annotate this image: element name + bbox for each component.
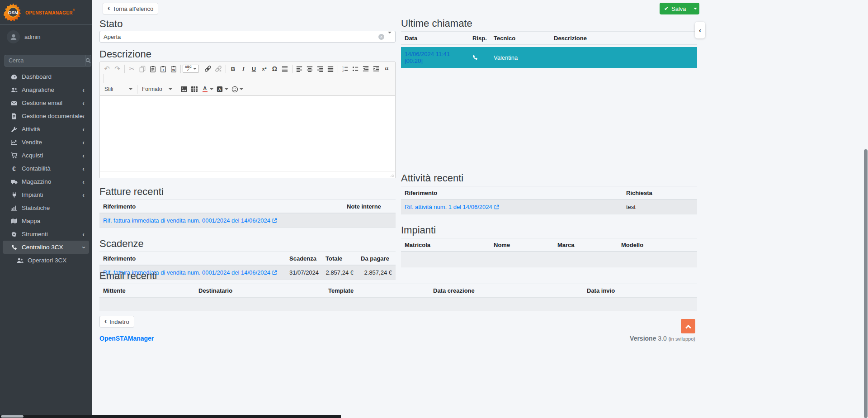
impianti-heading: Impianti [401,224,697,236]
sidebar-item-label: Anagrafiche [22,86,54,93]
insert-table-icon[interactable] [189,84,200,95]
column-header: Data [401,32,469,44]
blockquote-icon[interactable]: “ [382,63,392,74]
format-dropdown[interactable]: Formato [139,85,175,93]
search-input[interactable] [5,55,85,66]
column-header: Riferimento [99,252,286,265]
tachometer-icon [9,74,19,80]
sidebar-item-acquisti[interactable]: Acquisti ‹ [3,149,89,162]
sidebar-item-attivita[interactable]: Attività ‹ [3,123,89,136]
align-center-icon[interactable] [305,63,315,74]
align-justify-icon[interactable] [326,63,336,74]
sidebar-item-mappa[interactable]: Mappa [3,214,89,228]
chevron-left-icon: ‹ [82,100,85,106]
svg-text:2: 2 [342,69,344,72]
paste-as-text-icon[interactable]: T [158,63,168,74]
attivita-link[interactable]: Rif. attività num. 1 del 14/06/2024 [405,204,499,210]
sidebar-item-dashboard[interactable]: Dashboard [3,70,89,83]
italic-icon[interactable]: I [238,63,249,74]
unlink-icon[interactable] [213,63,224,74]
special-character-icon[interactable]: Ω [269,63,280,74]
sidebar-item-impianti[interactable]: Impianti ‹ [3,188,89,201]
align-left-icon[interactable] [294,63,305,74]
editor-content-area[interactable] [100,96,395,171]
column-header: Marca [554,238,618,251]
search-button[interactable] [85,55,91,66]
sidebar-item-label: Statistiche [22,204,50,211]
styles-dropdown[interactable]: Stili [102,85,135,93]
caret-down-icon[interactable] [210,88,213,90]
sidebar-item-anagrafiche[interactable]: Anagrafiche ‹ [3,83,89,96]
fatture-table-header: Riferimento Note interne [99,200,396,214]
numbered-list-icon[interactable]: 12 [340,63,350,74]
copy-icon[interactable] [137,63,147,74]
link-icon[interactable] [203,63,213,74]
bold-icon[interactable]: B [228,63,238,74]
sidebar-item-statistiche[interactable]: Statistiche [3,201,89,214]
indent-icon[interactable] [371,63,382,74]
sidebar-item-label: Vendite [22,139,42,146]
background-color-icon[interactable]: A [215,84,225,95]
right-panel-toggle[interactable]: ‹ [695,22,705,38]
outdent-icon[interactable] [361,63,371,74]
brand-header[interactable]: OSM OpenSTAManager® [0,0,92,25]
attivita-table-row: Rif. attività num. 1 del 14/06/2024 test [401,200,697,214]
indietro-button[interactable]: ‹ Indietro [99,316,134,328]
column-header: Destinatario [195,284,325,297]
sidebar-item-gestione-documentale[interactable]: Gestione documentale ‹ [3,109,89,123]
caret-down-icon[interactable] [240,88,243,90]
svg-text:T: T [162,67,164,71]
sidebar-item-label: Mappa [22,218,40,224]
superscript-icon[interactable]: x² [259,63,269,74]
chevron-left-icon: ‹ [82,231,85,238]
sidebar-item-operatori-3cx[interactable]: Operatori 3CX [3,254,89,267]
chevron-left-icon: ‹ [82,87,85,93]
chiamata-data-link[interactable]: 14/06/2024 11:41 [00:20] [405,51,465,64]
horizontal-scrollbar-thumb[interactable] [1,415,24,418]
horizontal-scrollbar[interactable] [0,415,341,418]
vertical-scrollbar[interactable] [864,149,868,418]
clear-selection-icon[interactable]: × [378,34,384,40]
cut-icon[interactable]: ✂ [127,63,137,74]
main-content: ‹ Torna all'elenco ✔ Salva ‹ Stato Apert… [92,0,868,418]
sidebar-item-label: Gestione email [22,100,62,106]
sidebar-item-gestione-email[interactable]: Gestione email ‹ [3,96,89,109]
sidebar-item-label: Operatori 3CX [28,257,66,264]
euro-icon: € [9,166,19,172]
underline-icon[interactable]: U [249,63,259,74]
bottom-section: Email recenti Mittente Destinatario Temp… [99,270,697,342]
emoji-icon[interactable] [230,84,240,95]
insert-image-icon[interactable] [179,84,189,95]
sidebar-item-strumenti[interactable]: Strumenti ‹ [3,228,89,241]
sidebar-item-label: Dashboard [22,73,52,80]
horizontal-rule-icon[interactable] [280,63,290,74]
sidebar-item-magazzino[interactable]: Magazzino ‹ [3,175,89,188]
stato-select[interactable]: Aperta × [99,31,396,43]
email-recenti-heading: Email recenti [99,270,697,282]
note-interne-cell [343,217,396,224]
column-header: Modello [618,238,697,251]
paste-from-word-icon[interactable]: W [168,63,179,74]
editor-footer-bar [100,171,395,178]
sidebar-item-centralino-3cx[interactable]: Centralino 3CX ‹ [3,241,89,254]
undo-icon[interactable]: ↶ [102,63,112,74]
chevron-left-icon: ‹ [82,152,85,159]
text-color-icon[interactable]: A [200,84,210,95]
fattura-link[interactable]: Rif. fattura immediata di vendita num. 0… [103,217,277,224]
bulleted-list-icon[interactable] [350,63,361,74]
sidebar-item-vendite[interactable]: Vendite ‹ [3,136,89,149]
user-panel[interactable]: admin [0,25,92,50]
footer-brand-link[interactable]: OpenSTAManager [99,335,154,342]
sidebar-item-contabilita[interactable]: € Contabilità ‹ [3,162,89,175]
footer-divider [99,330,697,330]
resize-grip-icon[interactable] [390,172,394,177]
caret-down-icon[interactable] [225,88,228,90]
align-right-icon[interactable] [315,63,326,74]
scroll-to-top-button[interactable] [681,319,695,333]
redo-icon[interactable]: ↷ [112,63,123,74]
column-header: Descrizione [550,32,697,44]
richiesta-cell: test [623,200,697,214]
spellcheck-button[interactable]: ABC ✓ [183,65,199,73]
paste-icon[interactable] [147,63,158,74]
column-header: Da pagare [357,252,396,265]
